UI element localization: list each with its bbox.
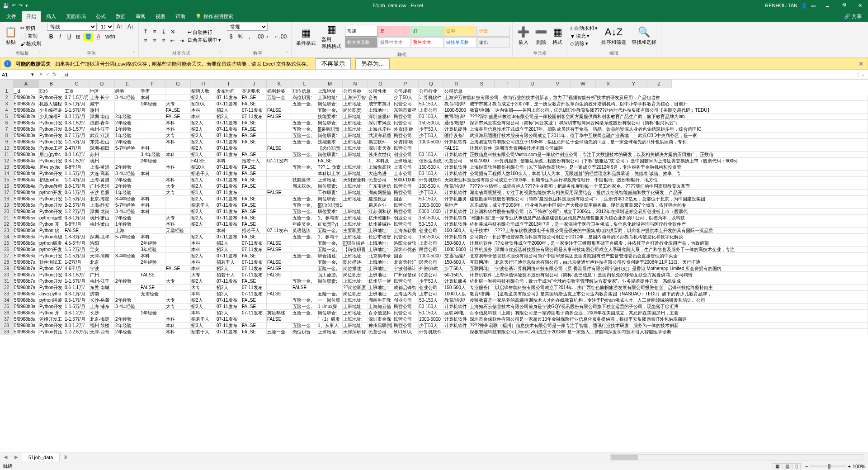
- cell[interactable]: 五险一金,: [317, 266, 343, 272]
- cell[interactable]: 本科: [191, 114, 216, 120]
- cell[interactable]: 职位要求:: [317, 209, 343, 215]
- cell[interactable]: 本科: [165, 126, 191, 133]
- tab-file[interactable]: 文件: [2, 11, 21, 22]
- cell[interactable]: 本科: [140, 145, 165, 152]
- user-avatar-icon[interactable]: 👤: [801, 3, 807, 9]
- cell[interactable]: [444, 329, 469, 335]
- cell[interactable]: 1-1.5万/月: [64, 171, 90, 177]
- cell[interactable]: 民营公司: [393, 145, 419, 152]
- cell[interactable]: FALSE: [241, 101, 267, 107]
- cell[interactable]: 五险一金,: [292, 126, 317, 133]
- cell[interactable]: 5000-1000: [393, 177, 419, 183]
- cell[interactable]: 1000-5000: [444, 107, 469, 114]
- cell[interactable]: 计算机软件: [444, 164, 469, 171]
- cell[interactable]: 湖南省网慧慧视，专注于将视觉智能技术与相关应用深度结合，提供以在线智能感知和数字…: [469, 190, 868, 196]
- cell[interactable]: 07-11发布: [216, 101, 241, 107]
- column-header[interactable]: V: [545, 80, 571, 88]
- dialog-launcher-icon[interactable]: ⌐: [39, 49, 41, 54]
- cell[interactable]: 07-11发布: [216, 316, 241, 323]
- cell[interactable]: 上班地址:: [343, 145, 368, 152]
- dialog-launcher-icon[interactable]: ⌐: [286, 49, 288, 54]
- cell[interactable]: 上海-黄浦: [90, 177, 115, 183]
- cell[interactable]: 外资(非欧: [393, 139, 419, 145]
- cell[interactable]: 交通/运输/: [444, 253, 469, 259]
- cell[interactable]: 计算机软件: [444, 171, 469, 177]
- cell[interactable]: 5f0968b5a: [14, 215, 39, 221]
- cell[interactable]: [419, 145, 444, 152]
- cell[interactable]: 本科: [140, 171, 165, 177]
- cell[interactable]: 150-500人: [419, 234, 444, 240]
- cell[interactable]: 5f0968b4a: [14, 164, 39, 171]
- cell[interactable]: [165, 88, 191, 95]
- style-cell[interactable]: 解释性文本: [378, 37, 410, 48]
- cell[interactable]: 2-2.5万/月: [64, 202, 90, 209]
- cell[interactable]: 0.8-1.2万/: [64, 323, 90, 329]
- row-header[interactable]: 25: [0, 240, 14, 247]
- cell[interactable]: 50-150人: [419, 114, 444, 120]
- cell[interactable]: [292, 114, 317, 120]
- cell[interactable]: Python开发: [39, 209, 64, 215]
- cell[interactable]: [267, 152, 292, 158]
- cell[interactable]: 少于50人: [393, 95, 419, 101]
- minimize-icon[interactable]: 🗕: [819, 0, 835, 11]
- cell[interactable]: FALSE: [267, 114, 292, 120]
- cell[interactable]: 上市公司: [419, 107, 444, 114]
- cell[interactable]: python开发: [39, 247, 64, 253]
- cell[interactable]: 岗位职责:: [292, 95, 317, 101]
- cell[interactable]: 07-11发布: [241, 310, 267, 316]
- cell[interactable]: 1.5-2万/月: [64, 247, 90, 253]
- cell[interactable]: 大连尚进: [368, 171, 393, 177]
- cell[interactable]: 大专: [165, 101, 191, 107]
- cell[interactable]: 经验: [115, 88, 140, 95]
- cell[interactable]: 07-11发布: [216, 297, 241, 304]
- cell[interactable]: 上班地址:: [343, 133, 368, 139]
- cell[interactable]: [343, 202, 368, 209]
- cell[interactable]: 民营公司: [419, 259, 444, 266]
- cell[interactable]: [292, 316, 317, 323]
- cell[interactable]: 2年经验: [140, 259, 165, 266]
- cell[interactable]: [165, 240, 191, 247]
- dialog-launcher-icon[interactable]: ⌐: [133, 49, 136, 54]
- cell[interactable]: 招2人: [191, 133, 216, 139]
- cell[interactable]: 达内集团——美国上市公司，亿元级职业教育集团????达内时代科技集团有限公司【美…: [495, 107, 868, 114]
- cell[interactable]: 150-500人: [444, 240, 469, 247]
- cell[interactable]: 上海兆岸科: [368, 126, 393, 133]
- cell[interactable]: 正数信息科技有限公司Vastio.com是一家软件创业公司，专注于大数据技术的研…: [469, 152, 868, 158]
- cell[interactable]: [165, 291, 191, 297]
- cell[interactable]: 上班地址:: [368, 247, 393, 253]
- cell[interactable]: 07-11发布: [216, 171, 241, 177]
- cell[interactable]: 大专: [191, 272, 216, 278]
- cell[interactable]: 百令信息科: [368, 310, 393, 316]
- cell[interactable]: 上班地址:: [343, 139, 368, 145]
- cell[interactable]: 本科: [165, 316, 191, 323]
- cell[interactable]: 0.5-1万/月: [64, 101, 90, 107]
- style-cell[interactable]: 好: [411, 26, 443, 37]
- column-header[interactable]: S: [469, 80, 495, 88]
- cell[interactable]: 上班地址:: [343, 234, 368, 240]
- cell[interactable]: 上班地址:: [343, 196, 368, 202]
- cell[interactable]: 东莞-松山: [90, 139, 115, 145]
- cell[interactable]: 深圳市天泰网络技术有限公司诚聘: [495, 145, 868, 152]
- fx-icon[interactable]: fx: [52, 71, 57, 77]
- align-top-icon[interactable]: ⤒: [142, 28, 150, 36]
- cell[interactable]: 1年经验: [115, 126, 140, 133]
- cell[interactable]: 2年经验: [140, 240, 165, 247]
- cell[interactable]: 3年经验: [140, 247, 165, 253]
- cell[interactable]: FALSE: [267, 107, 292, 114]
- cell[interactable]: 3-4年经验: [115, 304, 140, 310]
- row-header[interactable]: 5: [0, 114, 14, 120]
- cell[interactable]: FALSE: [241, 221, 267, 228]
- cell[interactable]: 岗位职责: [292, 329, 317, 335]
- format-cells-button[interactable]: ▦格式: [551, 25, 564, 47]
- column-header[interactable]: I: [216, 80, 241, 88]
- name-box[interactable]: A1▾: [0, 70, 36, 79]
- cell[interactable]: 本科: [216, 158, 241, 164]
- cell[interactable]: 5f0968b8a: [14, 304, 39, 310]
- cell[interactable]: 民营公司: [393, 190, 419, 196]
- cell[interactable]: 创业公司: [393, 297, 419, 304]
- cell[interactable]: 上班地址:: [343, 114, 368, 120]
- cell[interactable]: Python 软: [39, 228, 64, 234]
- column-header[interactable]: D: [90, 80, 115, 88]
- cell[interactable]: 1000-5000: [444, 247, 469, 253]
- cell[interactable]: 岗位职责:: [317, 152, 343, 158]
